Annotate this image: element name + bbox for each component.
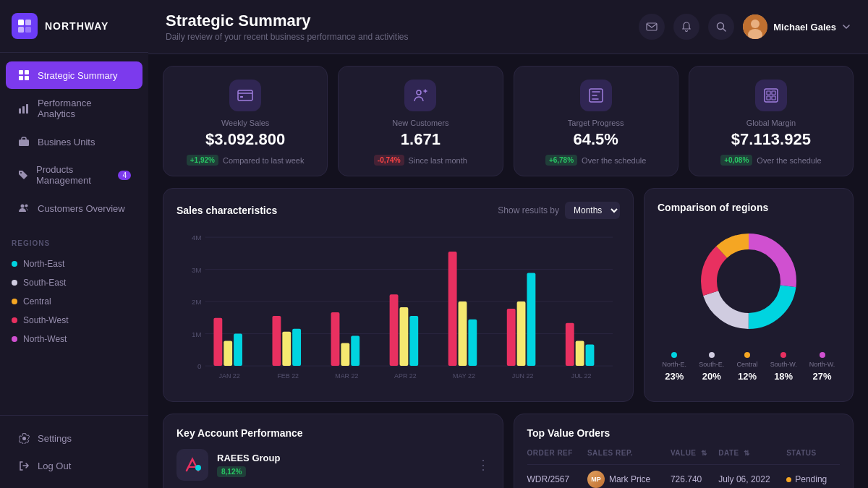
sidebar-item-business-units[interactable]: Busines Units bbox=[6, 128, 142, 155]
svg-text:JUL 22: JUL 22 bbox=[571, 372, 592, 380]
region-south-east[interactable]: South-East bbox=[12, 273, 137, 292]
kpi-global-margin: Global Margin $7.113.925 +0,08% Over the… bbox=[689, 66, 854, 176]
sidebar-item-label: Busines Units bbox=[38, 137, 95, 147]
sort-icon: ⇅ bbox=[701, 449, 707, 457]
svg-text:1M: 1M bbox=[192, 330, 202, 338]
svg-point-23 bbox=[417, 90, 421, 95]
region-north-west[interactable]: North-West bbox=[12, 330, 137, 348]
svg-rect-5 bbox=[25, 70, 29, 74]
regions-section: REGIONS North-East South-East Central So… bbox=[0, 231, 148, 357]
account-info: RAEES Group 8,12% bbox=[217, 453, 280, 477]
sales-chart-card: Sales characteristics Show results by Mo… bbox=[163, 188, 634, 402]
svg-text:4M: 4M bbox=[192, 234, 202, 241]
more-button[interactable]: ⋮ bbox=[477, 457, 490, 473]
rep-avatar: MP bbox=[587, 471, 605, 488]
sidebar-item-label: Strategic Summary bbox=[38, 70, 118, 81]
region-dot bbox=[12, 299, 17, 304]
sidebar-item-customers-overview[interactable]: Customers Overview bbox=[6, 194, 142, 222]
svg-rect-56 bbox=[409, 316, 418, 366]
col-date[interactable]: DATE ⇅ bbox=[718, 449, 786, 465]
sidebar-item-products-management[interactable]: Products Management 4 bbox=[6, 157, 142, 193]
donut-title: Comparison of regions bbox=[658, 202, 768, 213]
svg-point-19 bbox=[751, 20, 760, 28]
user-info[interactable]: Michael Gales bbox=[743, 14, 851, 39]
main-content: Strategic Summary Daily review of your r… bbox=[148, 0, 868, 488]
sidebar-item-strategic-summary[interactable]: Strategic Summary bbox=[6, 61, 142, 89]
header-left: Strategic Summary Daily review of your r… bbox=[166, 12, 408, 42]
section-title: Top Value Orders bbox=[527, 427, 841, 439]
kpi-value: 64.5% bbox=[573, 130, 618, 149]
svg-text:2M: 2M bbox=[192, 298, 202, 306]
donut-chart bbox=[691, 223, 807, 339]
svg-rect-8 bbox=[19, 108, 21, 114]
bar-chart: 4M 3M 2M 1M 0 JAN 22 F bbox=[176, 229, 620, 388]
svg-rect-48 bbox=[292, 329, 301, 366]
sales-rep: MP Mark Price bbox=[587, 465, 671, 489]
search-button[interactable] bbox=[708, 14, 734, 40]
table-row: WDR/2567 MP Mark Price 726.740 July 06, … bbox=[527, 465, 841, 489]
logo-icon bbox=[12, 13, 38, 39]
period-select[interactable]: Months Weeks Days bbox=[565, 202, 620, 219]
sort-icon: ⇅ bbox=[744, 449, 750, 457]
svg-rect-0 bbox=[18, 20, 24, 25]
legend-dot bbox=[780, 352, 786, 358]
svg-point-76 bbox=[718, 251, 779, 312]
region-north-east[interactable]: North-East bbox=[12, 254, 137, 273]
page-subtitle: Daily review of your recent business per… bbox=[166, 32, 408, 42]
svg-text:FEB 22: FEB 22 bbox=[277, 372, 299, 380]
status-dot bbox=[786, 477, 791, 482]
header: Strategic Summary Daily review of your r… bbox=[148, 0, 868, 54]
nav-items: Strategic Summary Performance Analytics bbox=[0, 53, 148, 231]
svg-rect-42 bbox=[213, 318, 222, 366]
svg-rect-9 bbox=[22, 106, 25, 114]
svg-point-14 bbox=[25, 205, 28, 207]
tag-icon bbox=[17, 168, 29, 181]
svg-rect-64 bbox=[527, 273, 535, 367]
rep-cell: MP Mark Price bbox=[587, 471, 671, 488]
orders-card: Top Value Orders ORDER REF SALES REP. VA… bbox=[514, 414, 854, 488]
kpi-icon bbox=[404, 80, 436, 111]
svg-rect-66 bbox=[566, 323, 574, 366]
kpi-badge: -0,74% bbox=[374, 155, 404, 166]
col-value[interactable]: VALUE ⇅ bbox=[671, 449, 718, 465]
sidebar-item-logout[interactable]: Log Out bbox=[6, 452, 142, 479]
kpi-row: Weekly Sales $3.092.800 +1,92% Compared … bbox=[163, 66, 854, 176]
kpi-new-customers: New Customers 1.671 -0,74% Since last mo… bbox=[338, 66, 503, 176]
account-row: RAEES Group 8,12% ⋮ bbox=[176, 449, 490, 481]
user-name: Michael Gales bbox=[773, 22, 836, 33]
products-badge: 4 bbox=[118, 171, 131, 180]
bottom-row: Key Account Performance RAEES Group 8,12… bbox=[163, 414, 854, 488]
svg-text:3M: 3M bbox=[192, 266, 202, 274]
grid-icon bbox=[17, 69, 30, 82]
svg-rect-28 bbox=[767, 91, 770, 95]
mail-button[interactable] bbox=[639, 14, 665, 40]
sidebar-item-settings[interactable]: Settings bbox=[6, 424, 142, 452]
kpi-value: $7.113.925 bbox=[731, 130, 811, 149]
kpi-icon bbox=[755, 80, 787, 111]
region-south-west[interactable]: South-West bbox=[12, 311, 137, 330]
region-central[interactable]: Central bbox=[12, 292, 137, 311]
header-right: Michael Gales bbox=[639, 14, 851, 40]
svg-point-78 bbox=[195, 465, 201, 471]
logo-text: NORTHWAY bbox=[45, 20, 109, 32]
svg-text:APR 22: APR 22 bbox=[394, 372, 417, 380]
bell-button[interactable] bbox=[673, 14, 699, 40]
legend-dot bbox=[820, 352, 825, 358]
svg-rect-51 bbox=[341, 343, 349, 366]
chevron-down-icon bbox=[842, 22, 851, 31]
svg-text:JUN 22: JUN 22 bbox=[512, 372, 534, 380]
legend-north-east: North-E. 23% bbox=[663, 352, 687, 382]
kpi-label: Target Progress bbox=[568, 119, 624, 127]
svg-rect-1 bbox=[25, 20, 31, 25]
sidebar-item-label: Log Out bbox=[38, 461, 71, 471]
orders-table: ORDER REF SALES REP. VALUE ⇅ DATE bbox=[527, 449, 841, 488]
svg-rect-10 bbox=[26, 104, 28, 114]
svg-rect-67 bbox=[576, 341, 584, 366]
kpi-value: $3.092.800 bbox=[205, 130, 285, 149]
kpi-target-progress: Target Progress 64.5% +6,78% Over the sc… bbox=[514, 66, 678, 176]
sidebar-item-performance-analytics[interactable]: Performance Analytics bbox=[6, 90, 142, 127]
svg-rect-68 bbox=[586, 344, 595, 366]
order-ref: WDR/2567 bbox=[527, 465, 587, 489]
order-status: Pending bbox=[786, 465, 840, 489]
svg-rect-63 bbox=[517, 301, 526, 366]
